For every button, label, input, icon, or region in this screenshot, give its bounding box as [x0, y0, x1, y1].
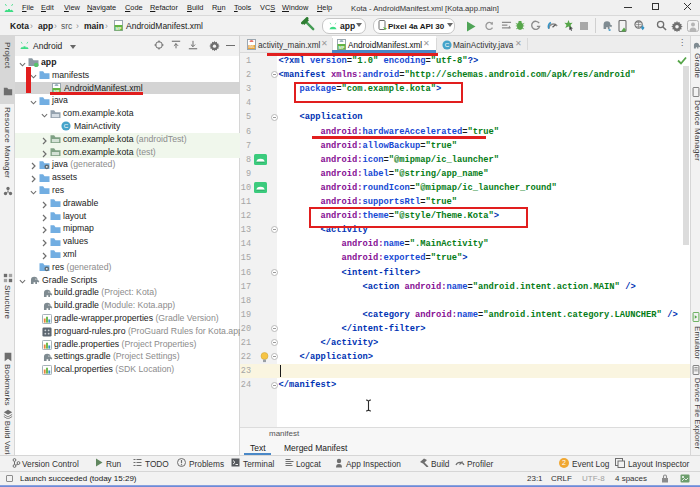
svg-text:C: C	[64, 123, 69, 130]
svg-text:MF: MF	[116, 26, 122, 31]
svg-text:C: C	[445, 41, 450, 48]
svg-text:XML: XML	[248, 45, 255, 49]
